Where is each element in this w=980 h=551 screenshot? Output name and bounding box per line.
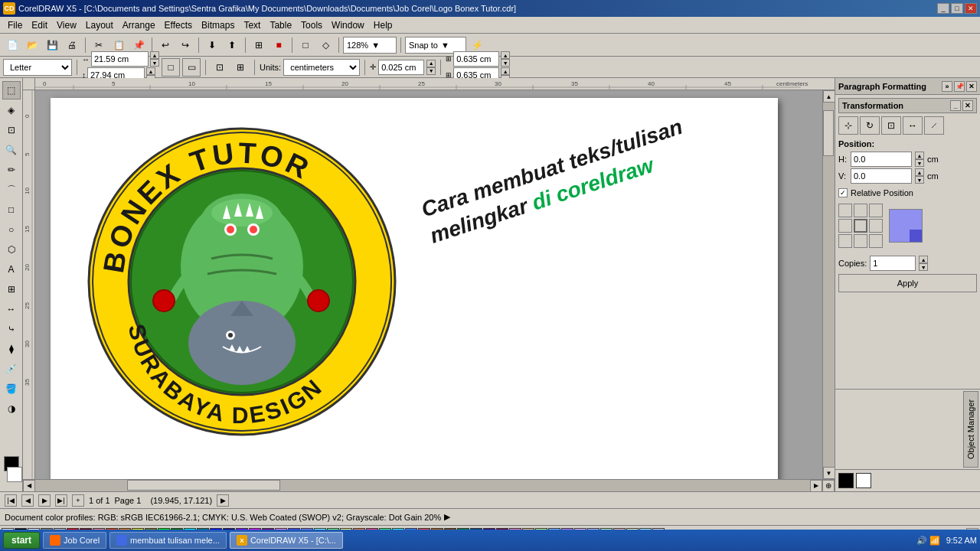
height-up-button[interactable]: ▲: [146, 67, 155, 75]
menu-layout[interactable]: Layout: [81, 18, 118, 32]
taskbar-job-corel[interactable]: Job Corel: [43, 532, 106, 549]
menu-text[interactable]: Text: [239, 18, 265, 32]
coord-x-input[interactable]: [453, 51, 499, 67]
vscroll-track[interactable]: [823, 103, 835, 467]
select-tool[interactable]: ⬚: [2, 81, 21, 99]
blend-tool[interactable]: ⧫: [2, 340, 21, 358]
size-transform-button[interactable]: ↔: [903, 116, 923, 135]
coord-y-up-button[interactable]: ▲: [501, 67, 510, 75]
move-transform-button[interactable]: ⊹: [838, 116, 858, 135]
width-down-button[interactable]: ▼: [150, 59, 159, 67]
rel-pos-bl[interactable]: [838, 234, 852, 248]
background-color[interactable]: [7, 467, 22, 482]
skew-transform-button[interactable]: ⟋: [924, 116, 944, 135]
zoom-button[interactable]: ⊕: [822, 480, 835, 492]
coord-x-down-button[interactable]: ▼: [501, 59, 510, 67]
export-button[interactable]: ⬆: [223, 36, 241, 54]
hscroll-thumb[interactable]: [127, 480, 280, 491]
rel-pos-br[interactable]: [869, 234, 883, 248]
close-button[interactable]: ✕: [965, 3, 977, 14]
ellipse-tool[interactable]: ○: [2, 220, 21, 239]
last-page-button[interactable]: ▶|: [55, 494, 67, 507]
panel-pin-button[interactable]: 📌: [954, 81, 965, 92]
width-input[interactable]: [91, 51, 149, 67]
menu-effects[interactable]: Effects: [160, 18, 197, 32]
vscroll-thumb[interactable]: [823, 110, 834, 156]
status-arrow-button[interactable]: ▶: [217, 494, 229, 507]
table-tool[interactable]: ⊞: [2, 280, 21, 298]
zoom-dropdown[interactable]: 128% ▼: [343, 37, 397, 54]
redo-button[interactable]: ↪: [176, 36, 194, 54]
v-pos-up-button[interactable]: ▲: [915, 168, 924, 176]
white-swatch[interactable]: [856, 473, 871, 488]
v-pos-down-button[interactable]: ▼: [915, 176, 924, 184]
width-up-button[interactable]: ▲: [150, 51, 159, 59]
import-button[interactable]: ⬇: [203, 36, 221, 54]
maximize-button[interactable]: □: [951, 3, 963, 14]
add-page-button[interactable]: +: [72, 494, 84, 507]
vscroll-up-button[interactable]: ▲: [823, 90, 835, 103]
menu-window[interactable]: Window: [327, 18, 369, 32]
h-pos-down-button[interactable]: ▼: [915, 159, 924, 167]
rel-pos-checkbox[interactable]: ✓: [838, 188, 848, 197]
interactive-fill-tool[interactable]: ◑: [2, 399, 21, 418]
minimize-button[interactable]: _: [937, 3, 949, 14]
menu-edit[interactable]: Edit: [27, 18, 52, 32]
portrait-button[interactable]: □: [162, 58, 180, 77]
nudge-down-button[interactable]: ▼: [426, 67, 436, 75]
connector-tool[interactable]: ⤷: [2, 320, 21, 338]
rel-pos-tc[interactable]: [854, 204, 867, 217]
save-button[interactable]: 💾: [43, 36, 61, 54]
title-bar-controls[interactable]: _ □ ✕: [937, 3, 977, 14]
copies-input[interactable]: [870, 256, 916, 271]
rel-pos-tr[interactable]: [869, 204, 883, 217]
transform-minimize-button[interactable]: _: [950, 100, 961, 111]
rotate-transform-button[interactable]: ↻: [860, 116, 880, 135]
rel-pos-bc[interactable]: [854, 234, 867, 248]
v-position-input[interactable]: [851, 168, 912, 184]
panel-expand-button[interactable]: »: [942, 81, 952, 92]
zoom-tool[interactable]: 🔍: [2, 141, 21, 159]
next-page-button[interactable]: ▶: [38, 494, 51, 507]
open-button[interactable]: 📂: [23, 36, 41, 54]
copies-up-button[interactable]: ▲: [919, 256, 928, 263]
polygon-tool[interactable]: ⬡: [2, 240, 21, 259]
rectangle-tool[interactable]: □: [2, 201, 21, 219]
print-button[interactable]: 🖨: [63, 36, 81, 54]
parallel-dim-tool[interactable]: ↔: [2, 300, 21, 318]
page-border-button[interactable]: ⊡: [211, 58, 229, 77]
landscape-button[interactable]: ▭: [182, 58, 201, 77]
hscroll-left-button[interactable]: ◀: [23, 480, 35, 492]
freehand-tool[interactable]: ✏: [2, 161, 21, 179]
rel-pos-ml[interactable]: [838, 219, 852, 233]
bleed-button[interactable]: ⊞: [231, 58, 250, 77]
fill-tool[interactable]: 🪣: [2, 380, 21, 398]
prev-page-button[interactable]: ◀: [21, 494, 34, 507]
black-swatch[interactable]: [838, 473, 854, 488]
copies-down-button[interactable]: ▼: [919, 263, 928, 271]
transform-button[interactable]: ⊞: [250, 36, 268, 54]
h-pos-up-button[interactable]: ▲: [915, 152, 924, 159]
eyedropper-tool[interactable]: 💉: [2, 360, 21, 378]
taskbar-membuat-tulisan[interactable]: membuat tulisan mele...: [109, 532, 227, 549]
text-tool[interactable]: A: [2, 260, 21, 279]
snap-diamond-button[interactable]: ◇: [316, 36, 335, 54]
rel-pos-tl[interactable]: [838, 204, 852, 217]
menu-tools[interactable]: Tools: [296, 18, 327, 32]
vscroll-down-button[interactable]: ▼: [823, 467, 835, 479]
crop-tool[interactable]: ⊡: [2, 121, 21, 139]
info-expand-button[interactable]: ▶: [444, 512, 450, 522]
canvas-area[interactable]: BONEX TUTOR SURABAYA DESIGN Cara membuat…: [35, 90, 835, 479]
nudge-up-button[interactable]: ▲: [426, 60, 436, 67]
menu-view[interactable]: View: [52, 18, 81, 32]
color-button[interactable]: ■: [270, 36, 288, 54]
panel-close-button[interactable]: ✕: [966, 81, 977, 92]
menu-table[interactable]: Table: [265, 18, 296, 32]
units-select[interactable]: centimeters: [283, 59, 360, 76]
hscroll-right-button[interactable]: ▶: [810, 480, 822, 492]
hscroll-track[interactable]: [35, 480, 810, 491]
rel-pos-mr[interactable]: [869, 219, 883, 233]
snap-rect-button[interactable]: □: [296, 36, 315, 54]
paper-size-select[interactable]: Letter: [3, 59, 72, 76]
menu-file[interactable]: File: [3, 18, 27, 32]
